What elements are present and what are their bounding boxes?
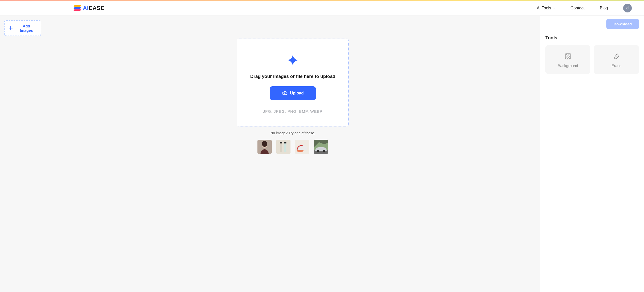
- brand-ease: EASE: [89, 5, 104, 11]
- nav-contact[interactable]: Contact: [571, 6, 585, 10]
- upload-button-label: Upload: [290, 91, 304, 95]
- svg-rect-6: [284, 142, 286, 143]
- svg-rect-4: [280, 142, 282, 143]
- nav-contact-label: Contact: [571, 6, 585, 10]
- svg-point-12: [323, 150, 325, 152]
- download-row: Download: [545, 19, 639, 29]
- tool-card-erase[interactable]: Erase: [594, 45, 639, 74]
- sparkle-plus-icon: [287, 54, 299, 66]
- sample-image-shoe[interactable]: [295, 140, 309, 154]
- add-images-button[interactable]: Add Images: [4, 20, 41, 36]
- avatar-initial: d: [626, 6, 629, 10]
- brand-ai: AI: [83, 5, 89, 11]
- sample-image-car[interactable]: [314, 140, 328, 154]
- brand-logo[interactable]: AIEASE: [74, 5, 104, 11]
- tool-card-background[interactable]: Background: [545, 45, 590, 74]
- left-sidebar: Add Images: [0, 16, 45, 292]
- svg-rect-3: [280, 142, 282, 152]
- sample-image-person[interactable]: [257, 140, 272, 154]
- svg-rect-5: [284, 142, 286, 152]
- cloud-upload-icon: [282, 90, 287, 96]
- erase-icon: [613, 53, 620, 60]
- nav-ai-tools[interactable]: AI Tools: [537, 6, 555, 10]
- download-button-label: Download: [614, 22, 632, 26]
- app-header: AIEASE AI Tools Contact Blog d: [0, 1, 644, 16]
- tools-title: Tools: [545, 35, 639, 41]
- no-image-prompt: No image? Try one of these.: [270, 131, 315, 135]
- tool-background-label: Background: [558, 63, 578, 68]
- nav-blog[interactable]: Blog: [600, 6, 608, 10]
- add-images-label: Add Images: [16, 24, 37, 33]
- chevron-down-icon: [553, 7, 555, 9]
- main-canvas: Drag your images or file here to upload …: [45, 16, 540, 292]
- user-avatar[interactable]: d: [623, 4, 632, 12]
- plus-icon: [8, 26, 13, 31]
- upload-button[interactable]: Upload: [270, 86, 316, 100]
- logo-mark-icon: [74, 5, 81, 11]
- download-button[interactable]: Download: [606, 19, 639, 29]
- drop-title: Drag your images or file here to upload: [250, 74, 335, 79]
- tools-grid: Background Erase: [545, 45, 639, 74]
- svg-point-11: [317, 150, 319, 152]
- brand-text: AIEASE: [83, 5, 104, 11]
- svg-rect-2: [276, 140, 290, 154]
- nav-ai-tools-label: AI Tools: [537, 6, 551, 10]
- upload-dropzone[interactable]: Drag your images or file here to upload …: [237, 39, 349, 126]
- nav-blog-label: Blog: [600, 6, 608, 10]
- app-body: Add Images Drag your images or file here…: [0, 16, 644, 292]
- background-icon: [564, 53, 572, 60]
- accepted-formats: JPG, JPEG, PNG, BMP, WEBP: [263, 109, 323, 113]
- top-nav: AI Tools Contact Blog d: [537, 4, 638, 12]
- sample-images-row: [257, 140, 328, 154]
- svg-point-8: [297, 150, 304, 152]
- right-panel: Download Tools Background Erase: [540, 16, 644, 292]
- sample-image-bottles[interactable]: [276, 140, 290, 154]
- tool-erase-label: Erase: [611, 63, 621, 68]
